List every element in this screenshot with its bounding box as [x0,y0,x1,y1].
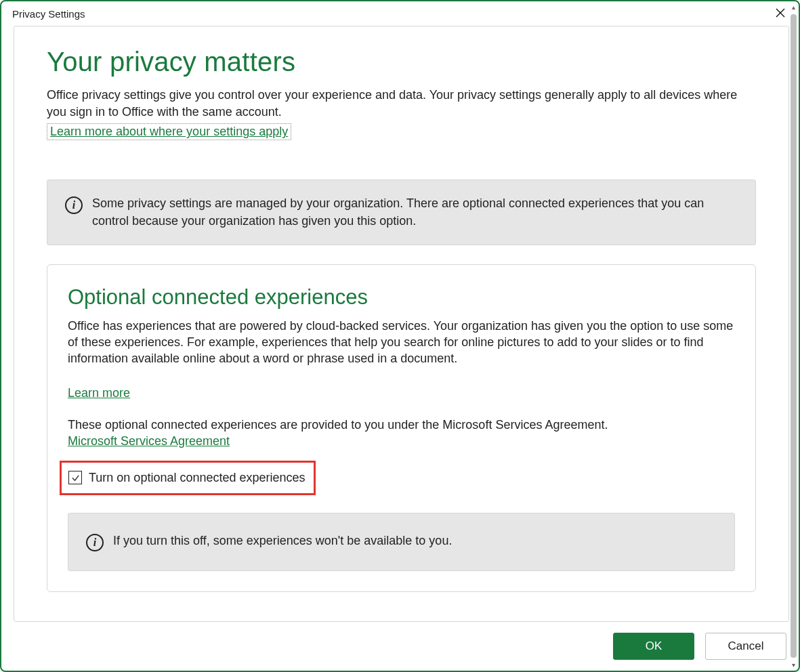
scrollbar-thumb[interactable] [791,26,797,622]
optional-experiences-card: Optional connected experiences Office ha… [47,264,756,592]
learn-more-settings-link-focus: Learn more about where your settings app… [47,123,291,140]
dialog-footer: OK Cancel [1,622,799,671]
scroll-pane: Your privacy matters Office privacy sett… [14,26,789,622]
intro-text: Office privacy settings give you control… [47,87,756,121]
checkbox-label: Turn on optional connected experiences [89,471,306,485]
privacy-settings-dialog: Privacy Settings Your privacy matters Of… [0,0,800,672]
learn-more-settings-link[interactable]: Learn more about where your settings app… [50,125,288,138]
optional-heading: Optional connected experiences [68,285,735,310]
optional-experiences-toggle[interactable]: Turn on optional connected experiences [60,461,316,495]
page-heading: Your privacy matters [47,47,756,77]
cancel-button[interactable]: Cancel [705,633,786,660]
checkbox-icon [68,471,82,484]
org-managed-notice: i Some privacy settings are managed by y… [47,180,756,245]
turn-off-notice: i If you turn this off, some experiences… [68,513,735,571]
org-managed-text: Some privacy settings are managed by you… [92,195,738,229]
ok-button[interactable]: OK [613,633,694,660]
agreement-intro: These optional connected experiences are… [68,417,735,433]
info-icon: i [65,196,83,214]
titlebar: Privacy Settings [1,1,799,26]
learn-more-optional-link[interactable]: Learn more [68,386,130,400]
info-icon: i [86,534,104,551]
dialog-title: Privacy Settings [12,8,85,20]
scrollbar[interactable]: ▴ ▾ [786,26,799,622]
services-agreement-link[interactable]: Microsoft Services Agreement [68,434,230,448]
optional-body: Office has experiences that are powered … [68,318,735,367]
content-area: Your privacy matters Office privacy sett… [1,26,799,622]
turn-off-text: If you turn this off, some experiences w… [113,532,452,549]
